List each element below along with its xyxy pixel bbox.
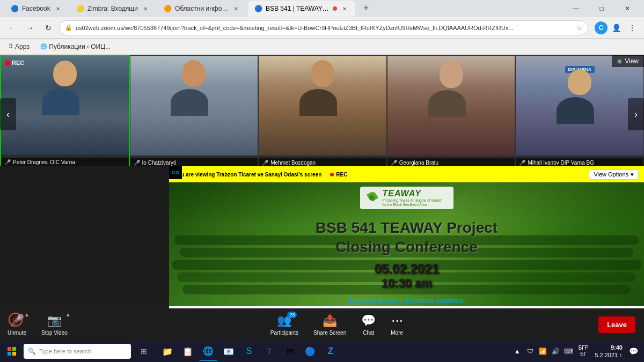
tab-close-facebook[interactable]: ✕	[54, 4, 62, 13]
new-tab-button[interactable]: +	[358, 1, 374, 16]
participant-video-5: DIP VARNA 🎤 Mihail Ivanov DIP Varna BG	[515, 55, 644, 168]
chrome-button[interactable]: 🌐	[199, 342, 218, 361]
tab-oic[interactable]: 🟠 Областни информационни цен... ✕	[157, 1, 247, 17]
view-button[interactable]: ⊞ View	[612, 55, 644, 67]
search-bar[interactable]: 🔍 Type here to search	[24, 344, 131, 359]
participant-video-4: 🎤 Georgiana Bratu	[387, 55, 516, 168]
leave-button[interactable]: Leave	[598, 316, 635, 333]
forward-button[interactable]: →	[23, 20, 38, 35]
person-body-2	[171, 89, 208, 116]
svg-rect-0	[8, 347, 11, 351]
svg-rect-3	[12, 352, 16, 356]
network-icon[interactable]: 📶	[538, 346, 548, 357]
mail-button[interactable]: ✉	[280, 342, 299, 361]
tab-zoom[interactable]: 🔵 BSB 541 | TEAWAY Closing C... ✕	[248, 1, 355, 17]
slide-title-line1: BSB 541 TEAWAY Project	[316, 218, 497, 238]
share-screen-button[interactable]: 📤 Share Screen	[306, 308, 354, 341]
tab-close-zoom[interactable]: ✕	[340, 4, 349, 13]
windows-taskbar: 🔍 Type here to search ⊞ 📁 📋 🌐 📧 S T ✉ 🔵	[0, 341, 644, 362]
audio-indicator	[333, 6, 337, 11]
windows-start-button[interactable]	[0, 341, 24, 362]
slide-time: 10:30 am	[316, 276, 497, 290]
browser2-button[interactable]: 🔵	[301, 342, 320, 361]
person-silhouette-1	[49, 61, 81, 95]
video-arrow: ▲	[65, 312, 71, 317]
refresh-button[interactable]: ↻	[41, 20, 56, 35]
address-bar-row: ← → ↻ 🔒 us02web.zoom.us/wc/87055367749/j…	[0, 17, 644, 39]
keyboard-icon[interactable]: ⌨	[564, 346, 574, 357]
maximize-button[interactable]: □	[589, 0, 614, 17]
more-button[interactable]: ⋯ More	[383, 308, 411, 341]
camera-icon: 📷	[47, 314, 62, 328]
teams-button[interactable]: T	[260, 342, 279, 361]
zoom-meeting-area: ‹ REC 🎤 Peter Dragnev, OIC Varna	[0, 55, 644, 326]
menu-button[interactable]: ⋮	[625, 20, 640, 35]
browser2-icon: 🔵	[305, 346, 316, 357]
logo-sub-text: Promoting Tea as An Engine of Growth for…	[383, 198, 447, 207]
search-icon: 🔍	[28, 348, 36, 355]
tab-zimbra[interactable]: 🟡 Zimbra: Входящи ✕	[70, 1, 156, 17]
profile-button[interactable]: 👤	[609, 20, 624, 35]
rec-dot	[5, 61, 10, 65]
show-hidden-icons-button[interactable]: ▲	[512, 346, 523, 357]
go-badge: GO	[169, 166, 182, 179]
unmute-icon-container: 🎤 ⊘	[10, 314, 24, 328]
system-clock[interactable]: 9:40 5.2.2021 г.	[592, 344, 625, 359]
shield-tray-icon[interactable]: 🛡	[525, 346, 536, 357]
tab-close-zimbra[interactable]: ✕	[141, 4, 150, 13]
person-head-2	[182, 60, 206, 87]
zoom-app-button[interactable]: Z	[321, 342, 340, 361]
rec-badge-inline: REC	[330, 172, 347, 178]
person-head-4	[440, 60, 463, 88]
extensions-button[interactable]: C	[595, 21, 608, 34]
presentation-slide: TEAWAY Promoting Tea as An Engine of Gro…	[169, 182, 644, 326]
logo-main-text: TEAWAY	[383, 189, 447, 198]
mic-icon-5: 🎤	[519, 160, 525, 166]
back-button[interactable]: ←	[4, 20, 19, 35]
person-body-1	[42, 88, 79, 115]
notifications-button[interactable]: 💬	[627, 341, 640, 362]
close-button[interactable]: ✕	[615, 0, 640, 17]
unmute-arrow: ▲	[24, 312, 30, 317]
skype-button[interactable]: S	[239, 342, 259, 361]
zoom-icon: Z	[328, 346, 333, 356]
share-notification-text: You are viewing Trabzon Ticaret ve Sanay…	[174, 172, 321, 178]
system-tray: ▲ 🛡 📶 🔊 ⌨ БГР БГ 9:40 5.2.2021 г. 💬	[512, 341, 644, 362]
bookmark-apps[interactable]: ⠿ Apps	[4, 42, 34, 51]
mic-icon-3: 🎤	[262, 160, 268, 166]
share-screen-icon: 📤	[323, 314, 337, 328]
person-head-5	[568, 69, 591, 95]
lock-icon: 🔒	[65, 24, 72, 31]
file-explorer-button[interactable]: 📁	[158, 342, 177, 361]
slide-date: 05.02.2021	[316, 261, 497, 276]
volume-icon[interactable]: 🔊	[551, 346, 561, 357]
logo-text-block: TEAWAY Promoting Tea as An Engine of Gro…	[383, 189, 447, 207]
nav-arrow-right[interactable]: ›	[628, 98, 644, 130]
task-view-button[interactable]: ⊞	[134, 342, 153, 361]
language-indicator[interactable]: БГР БГ	[576, 345, 591, 358]
store-button[interactable]: 📋	[178, 342, 197, 361]
slide-main-content: BSB 541 TEAWAY Project Closing Conferenc…	[316, 218, 497, 291]
chat-icon: 💬	[361, 314, 376, 328]
bookmark-oic[interactable]: 🌐 Публикации ‹ ОИЦ...	[36, 42, 115, 51]
rec-indicator: REC	[5, 60, 24, 66]
tab-facebook[interactable]: 🔵 Facebook ✕	[4, 1, 69, 17]
unmute-button[interactable]: 🎤 ⊘ Unmute ▲	[0, 308, 34, 341]
title-bar: 🔵 Facebook ✕ 🟡 Zimbra: Входящи ✕ 🟠 Облас…	[0, 0, 644, 17]
view-options-button[interactable]: View Options ▾	[589, 169, 639, 180]
stop-video-button[interactable]: 📷 Stop Video ▲	[34, 308, 75, 341]
outlook-button[interactable]: 📧	[219, 342, 238, 361]
participants-button[interactable]: 👥 28 Participants	[263, 308, 306, 341]
windows-app-icons: 📁 📋 🌐 📧 S T ✉ 🔵 Z	[158, 342, 340, 361]
teams-icon: T	[267, 347, 272, 356]
tab-close-oic[interactable]: ✕	[232, 4, 240, 13]
bookmark-star[interactable]: ☆	[576, 24, 582, 32]
minimize-button[interactable]: —	[564, 0, 588, 17]
nav-arrow-left[interactable]: ‹	[0, 98, 16, 130]
chat-button[interactable]: 💬 Chat	[354, 308, 383, 341]
windows-logo-icon	[8, 347, 16, 356]
participant-video-1: REC 🎤 Peter Dragnev, OIC Varna	[0, 55, 130, 168]
participant-video-2: 🎤 Io Chatzivaryti	[130, 55, 259, 168]
address-bar[interactable]: 🔒 us02web.zoom.us/wc/87055367749/join?tr…	[59, 20, 588, 35]
outlook-icon: 📧	[223, 346, 234, 357]
